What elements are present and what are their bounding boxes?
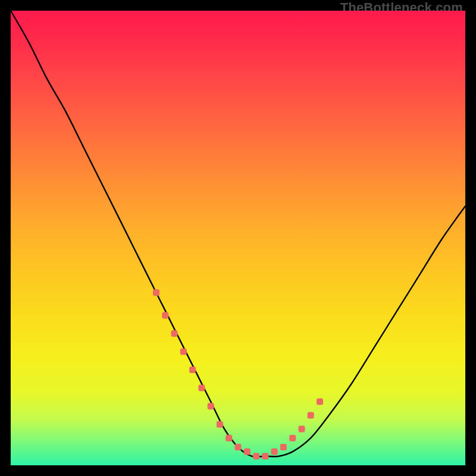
- chart-plot-area: [11, 11, 465, 465]
- highlight-marker: [180, 349, 187, 355]
- highlight-marker: [253, 453, 259, 459]
- highlight-marker: [271, 449, 278, 455]
- highlight-markers: [153, 289, 323, 459]
- chart-stage: TheBottleneck.com: [0, 0, 476, 476]
- highlight-marker: [289, 435, 296, 441]
- highlight-marker: [262, 453, 268, 459]
- chart-svg: [11, 11, 465, 465]
- highlight-marker: [317, 399, 323, 405]
- highlight-marker: [198, 385, 205, 392]
- highlight-marker: [308, 412, 314, 419]
- highlight-marker: [153, 289, 159, 296]
- highlight-marker: [189, 367, 196, 373]
- highlight-marker: [171, 330, 178, 337]
- highlight-marker: [244, 449, 250, 455]
- highlight-marker: [162, 312, 168, 318]
- highlight-marker: [208, 403, 214, 409]
- highlight-marker: [226, 435, 232, 441]
- highlight-marker: [217, 421, 223, 428]
- highlight-marker: [299, 425, 305, 432]
- bottleneck-curve-path: [11, 11, 465, 457]
- highlight-marker: [235, 444, 242, 450]
- highlight-marker: [280, 444, 287, 450]
